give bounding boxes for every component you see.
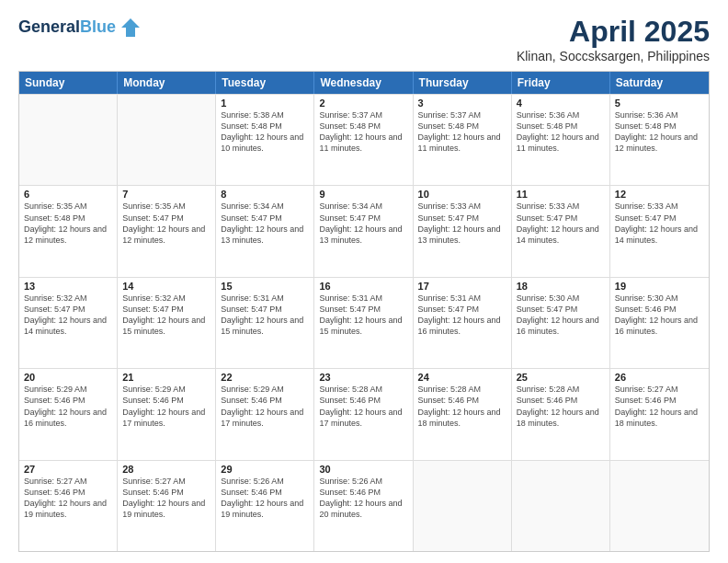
calendar-day-20: 20Sunrise: 5:29 AM Sunset: 5:46 PM Dayli… — [19, 369, 118, 459]
day-info: Sunrise: 5:29 AM Sunset: 5:46 PM Dayligh… — [221, 384, 309, 429]
day-info: Sunrise: 5:35 AM Sunset: 5:48 PM Dayligh… — [24, 201, 112, 246]
day-number: 5 — [615, 98, 704, 109]
day-number: 24 — [418, 372, 506, 383]
day-info: Sunrise: 5:30 AM Sunset: 5:47 PM Dayligh… — [517, 293, 605, 338]
calendar-day-11: 11Sunrise: 5:33 AM Sunset: 5:47 PM Dayli… — [512, 186, 610, 276]
day-number: 9 — [319, 189, 407, 200]
svg-marker-0 — [121, 18, 140, 37]
day-number: 15 — [221, 281, 309, 292]
day-info: Sunrise: 5:28 AM Sunset: 5:46 PM Dayligh… — [319, 384, 407, 429]
day-info: Sunrise: 5:31 AM Sunset: 5:47 PM Dayligh… — [319, 293, 407, 338]
day-number: 21 — [122, 372, 210, 383]
calendar-day-27: 27Sunrise: 5:27 AM Sunset: 5:46 PM Dayli… — [19, 461, 118, 551]
calendar-day-6: 6Sunrise: 5:35 AM Sunset: 5:48 PM Daylig… — [19, 186, 118, 276]
calendar-day-26: 26Sunrise: 5:27 AM Sunset: 5:46 PM Dayli… — [610, 369, 709, 459]
day-info: Sunrise: 5:33 AM Sunset: 5:47 PM Dayligh… — [615, 201, 704, 246]
weekday-header-thursday: Thursday — [414, 72, 512, 94]
day-info: Sunrise: 5:32 AM Sunset: 5:47 PM Dayligh… — [24, 293, 112, 338]
calendar-day-1: 1Sunrise: 5:38 AM Sunset: 5:48 PM Daylig… — [216, 95, 314, 185]
day-info: Sunrise: 5:26 AM Sunset: 5:46 PM Dayligh… — [319, 476, 407, 521]
day-number: 22 — [221, 372, 309, 383]
day-info: Sunrise: 5:37 AM Sunset: 5:48 PM Dayligh… — [319, 109, 407, 155]
weekday-header-tuesday: Tuesday — [216, 72, 314, 94]
calendar-empty-cell — [414, 461, 512, 551]
calendar-day-12: 12Sunrise: 5:33 AM Sunset: 5:47 PM Dayli… — [610, 186, 709, 276]
calendar-day-23: 23Sunrise: 5:28 AM Sunset: 5:46 PM Dayli… — [314, 369, 413, 459]
calendar-week-4: 20Sunrise: 5:29 AM Sunset: 5:46 PM Dayli… — [19, 368, 709, 459]
day-number: 23 — [319, 372, 407, 383]
logo-icon — [118, 15, 143, 40]
day-number: 11 — [517, 189, 605, 200]
day-info: Sunrise: 5:30 AM Sunset: 5:46 PM Dayligh… — [615, 293, 704, 338]
calendar-day-18: 18Sunrise: 5:30 AM Sunset: 5:47 PM Dayli… — [512, 278, 610, 368]
calendar-empty-cell — [118, 95, 216, 185]
day-info: Sunrise: 5:36 AM Sunset: 5:48 PM Dayligh… — [517, 109, 605, 155]
calendar-day-14: 14Sunrise: 5:32 AM Sunset: 5:47 PM Dayli… — [118, 278, 216, 368]
calendar-header: SundayMondayTuesdayWednesdayThursdayFrid… — [19, 72, 709, 94]
day-info: Sunrise: 5:27 AM Sunset: 5:46 PM Dayligh… — [122, 476, 210, 521]
day-number: 2 — [319, 98, 407, 109]
day-info: Sunrise: 5:36 AM Sunset: 5:48 PM Dayligh… — [615, 109, 704, 155]
day-number: 1 — [221, 98, 309, 109]
day-info: Sunrise: 5:33 AM Sunset: 5:47 PM Dayligh… — [517, 201, 605, 246]
calendar-week-2: 6Sunrise: 5:35 AM Sunset: 5:48 PM Daylig… — [19, 185, 709, 276]
calendar-day-16: 16Sunrise: 5:31 AM Sunset: 5:47 PM Dayli… — [314, 278, 413, 368]
weekday-header-friday: Friday — [512, 72, 610, 94]
day-number: 19 — [615, 281, 704, 292]
page: GeneralBlue April 2025 Klinan, Soccsksar… — [0, 0, 728, 563]
calendar-empty-cell — [19, 95, 118, 185]
calendar-body: 1Sunrise: 5:38 AM Sunset: 5:48 PM Daylig… — [19, 94, 709, 551]
calendar-day-2: 2Sunrise: 5:37 AM Sunset: 5:48 PM Daylig… — [314, 95, 413, 185]
day-info: Sunrise: 5:29 AM Sunset: 5:46 PM Dayligh… — [24, 384, 112, 429]
calendar-day-28: 28Sunrise: 5:27 AM Sunset: 5:46 PM Dayli… — [118, 461, 216, 551]
calendar-day-9: 9Sunrise: 5:34 AM Sunset: 5:47 PM Daylig… — [314, 186, 413, 276]
calendar-empty-cell — [610, 461, 709, 551]
day-info: Sunrise: 5:28 AM Sunset: 5:46 PM Dayligh… — [517, 384, 605, 429]
calendar-empty-cell — [512, 461, 610, 551]
day-info: Sunrise: 5:31 AM Sunset: 5:47 PM Dayligh… — [418, 293, 506, 338]
day-number: 29 — [221, 464, 309, 475]
day-number: 18 — [517, 281, 605, 292]
calendar-day-5: 5Sunrise: 5:36 AM Sunset: 5:48 PM Daylig… — [610, 95, 709, 185]
day-number: 27 — [24, 464, 112, 475]
day-info: Sunrise: 5:28 AM Sunset: 5:46 PM Dayligh… — [418, 384, 506, 429]
day-number: 3 — [418, 98, 506, 109]
day-info: Sunrise: 5:37 AM Sunset: 5:48 PM Dayligh… — [418, 109, 506, 155]
day-number: 25 — [517, 372, 605, 383]
calendar-week-5: 27Sunrise: 5:27 AM Sunset: 5:46 PM Dayli… — [19, 460, 709, 551]
day-info: Sunrise: 5:27 AM Sunset: 5:46 PM Dayligh… — [24, 476, 112, 521]
calendar-day-24: 24Sunrise: 5:28 AM Sunset: 5:46 PM Dayli… — [414, 369, 512, 459]
calendar-day-19: 19Sunrise: 5:30 AM Sunset: 5:46 PM Dayli… — [610, 278, 709, 368]
day-number: 12 — [615, 189, 704, 200]
day-number: 30 — [319, 464, 407, 475]
weekday-header-wednesday: Wednesday — [314, 72, 413, 94]
calendar-day-21: 21Sunrise: 5:29 AM Sunset: 5:46 PM Dayli… — [118, 369, 216, 459]
calendar-day-4: 4Sunrise: 5:36 AM Sunset: 5:48 PM Daylig… — [512, 95, 610, 185]
day-number: 13 — [24, 281, 112, 292]
day-info: Sunrise: 5:31 AM Sunset: 5:47 PM Dayligh… — [221, 293, 309, 338]
calendar-week-3: 13Sunrise: 5:32 AM Sunset: 5:47 PM Dayli… — [19, 277, 709, 368]
day-number: 20 — [24, 372, 112, 383]
calendar-day-25: 25Sunrise: 5:28 AM Sunset: 5:46 PM Dayli… — [512, 369, 610, 459]
day-number: 26 — [615, 372, 704, 383]
calendar-day-10: 10Sunrise: 5:33 AM Sunset: 5:47 PM Dayli… — [414, 186, 512, 276]
subtitle: Klinan, Soccsksargen, Philippines — [517, 49, 710, 63]
logo-text: GeneralBlue — [18, 18, 116, 37]
title-area: April 2025 Klinan, Soccsksargen, Philipp… — [517, 15, 710, 63]
day-number: 10 — [418, 189, 506, 200]
calendar-day-13: 13Sunrise: 5:32 AM Sunset: 5:47 PM Dayli… — [19, 278, 118, 368]
header: GeneralBlue April 2025 Klinan, Soccsksar… — [18, 15, 710, 63]
calendar: SundayMondayTuesdayWednesdayThursdayFrid… — [18, 71, 710, 552]
day-info: Sunrise: 5:32 AM Sunset: 5:47 PM Dayligh… — [122, 293, 210, 338]
day-number: 8 — [221, 189, 309, 200]
calendar-day-15: 15Sunrise: 5:31 AM Sunset: 5:47 PM Dayli… — [216, 278, 314, 368]
calendar-week-1: 1Sunrise: 5:38 AM Sunset: 5:48 PM Daylig… — [19, 94, 709, 185]
day-number: 7 — [122, 189, 210, 200]
day-info: Sunrise: 5:26 AM Sunset: 5:46 PM Dayligh… — [221, 476, 309, 521]
calendar-day-17: 17Sunrise: 5:31 AM Sunset: 5:47 PM Dayli… — [414, 278, 512, 368]
calendar-day-7: 7Sunrise: 5:35 AM Sunset: 5:47 PM Daylig… — [118, 186, 216, 276]
day-info: Sunrise: 5:35 AM Sunset: 5:47 PM Dayligh… — [122, 201, 210, 246]
calendar-day-8: 8Sunrise: 5:34 AM Sunset: 5:47 PM Daylig… — [216, 186, 314, 276]
day-number: 28 — [122, 464, 210, 475]
day-number: 6 — [24, 189, 112, 200]
